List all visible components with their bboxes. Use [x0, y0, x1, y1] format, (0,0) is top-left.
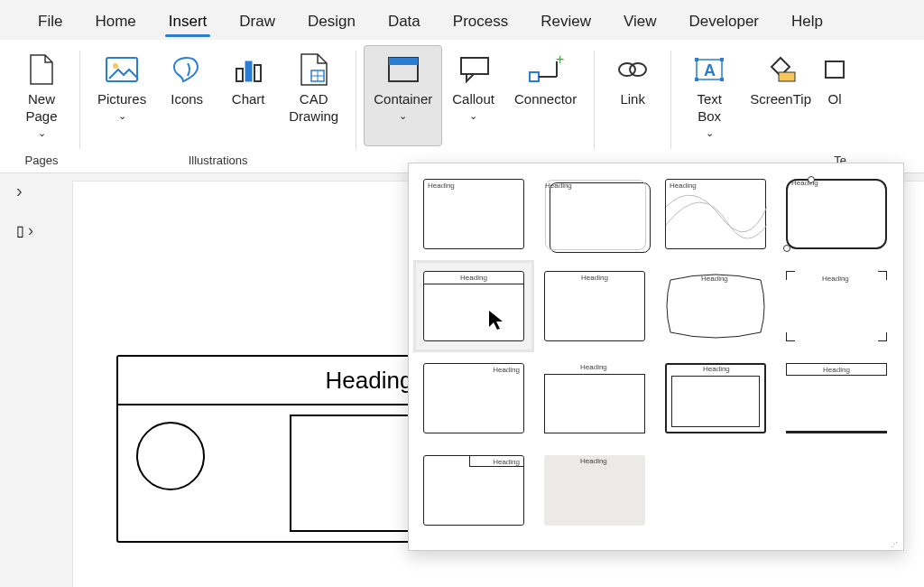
- container-style-9[interactable]: Heading: [416, 355, 531, 442]
- svg-rect-24: [826, 61, 844, 78]
- svg-rect-21: [720, 78, 724, 81]
- container-style-12[interactable]: Heading: [779, 355, 894, 442]
- svg-point-16: [630, 63, 646, 76]
- menu-view[interactable]: View: [607, 7, 673, 40]
- pictures-button[interactable]: Pictures ⌄: [88, 45, 156, 146]
- chevron-down-icon: ⌄: [38, 127, 46, 139]
- shapes-pane-collapsed: › ▯ ›: [0, 181, 72, 240]
- expand-shapes-icon[interactable]: ›: [16, 181, 23, 201]
- svg-rect-10: [461, 58, 488, 74]
- textbox-button[interactable]: A Text Box ⌄: [679, 45, 740, 146]
- callout-label: Callout: [452, 91, 494, 108]
- container-style-13[interactable]: Heading: [416, 447, 531, 534]
- svg-rect-23: [779, 72, 795, 81]
- chevron-down-icon: ⌄: [469, 110, 477, 122]
- menu-developer[interactable]: Developer: [673, 7, 776, 40]
- chevron-down-icon: ⌄: [118, 110, 126, 122]
- menubar: File Home Insert Draw Design Data Proces…: [0, 0, 924, 40]
- chart-icon: [231, 51, 265, 88]
- page-thumb-icon[interactable]: ▯: [16, 222, 24, 239]
- ribbon: New Page ⌄ Pages Pictures ⌄ Icons: [0, 40, 924, 173]
- svg-rect-2: [236, 69, 243, 81]
- connector-icon: +: [526, 51, 566, 88]
- pictures-label: Pictures: [97, 91, 146, 108]
- svg-rect-18: [695, 58, 698, 61]
- ribbon-group-text: A Text Box ⌄ ScreenTip Ol Te: [675, 45, 850, 172]
- menu-home[interactable]: Home: [79, 7, 152, 40]
- ribbon-group-pages: New Page ⌄ Pages: [7, 45, 76, 172]
- connector-button[interactable]: + Connector: [504, 45, 587, 146]
- object-label: Ol: [828, 91, 842, 108]
- container-style-5[interactable]: Heading: [416, 263, 531, 349]
- link-icon: [614, 51, 651, 88]
- screentip-icon: [762, 51, 799, 88]
- ribbon-group-parts: Container ⌄ Callout ⌄ + Connector: [360, 45, 590, 172]
- screentip-button[interactable]: ScreenTip: [740, 45, 821, 146]
- svg-rect-9: [389, 58, 418, 65]
- container-style-8[interactable]: Heading: [779, 263, 894, 349]
- object-icon: [824, 51, 845, 88]
- menu-design[interactable]: Design: [291, 7, 372, 40]
- callout-button[interactable]: Callout ⌄: [442, 45, 504, 146]
- container-label: Container: [374, 91, 432, 108]
- container-style-6[interactable]: Heading: [537, 263, 652, 349]
- svg-rect-4: [254, 65, 261, 81]
- ribbon-group-illustrations: Pictures ⌄ Icons Chart CAD Drawing: [84, 45, 352, 172]
- new-page-label: New Page: [25, 91, 57, 126]
- link-label: Link: [620, 91, 645, 108]
- container-gallery: Heading Heading Heading Heading Heading …: [408, 163, 904, 551]
- object-button[interactable]: Ol: [821, 45, 846, 146]
- container-style-2[interactable]: Heading: [537, 171, 652, 257]
- cad-label: CAD Drawing: [289, 91, 338, 126]
- menu-insert[interactable]: Insert: [152, 7, 224, 40]
- container-button[interactable]: Container ⌄: [364, 45, 442, 146]
- svg-rect-20: [695, 78, 698, 81]
- svg-text:A: A: [704, 61, 716, 79]
- container-style-7[interactable]: Heading: [658, 263, 773, 349]
- container-style-11[interactable]: Heading: [658, 355, 773, 442]
- svg-point-1: [113, 63, 118, 69]
- textbox-label: Text Box: [697, 91, 722, 126]
- gallery-resizer[interactable]: ⋰: [891, 540, 900, 548]
- menu-help[interactable]: Help: [775, 7, 839, 40]
- container-style-10[interactable]: Heading: [537, 355, 652, 442]
- icons-label: Icons: [171, 91, 203, 108]
- chart-label: Chart: [232, 91, 265, 108]
- screentip-label: ScreenTip: [750, 91, 811, 108]
- menu-review[interactable]: Review: [524, 7, 607, 40]
- textbox-icon: A: [691, 51, 727, 88]
- container-icon: [385, 51, 421, 88]
- menu-process[interactable]: Process: [437, 7, 524, 40]
- svg-rect-3: [245, 61, 252, 81]
- container-style-1[interactable]: Heading: [416, 171, 531, 257]
- group-label-pages: Pages: [11, 154, 72, 172]
- new-page-button[interactable]: New Page ⌄: [11, 45, 72, 146]
- page-icon: [28, 51, 55, 88]
- pictures-icon: [104, 51, 140, 88]
- svg-text:+: +: [556, 54, 564, 67]
- container-style-4[interactable]: Heading: [779, 171, 894, 257]
- svg-rect-19: [720, 58, 724, 61]
- callout-icon: [456, 51, 492, 88]
- chevron-down-icon: ⌄: [399, 110, 407, 122]
- icons-icon: [170, 51, 204, 88]
- link-button[interactable]: Link: [602, 45, 663, 146]
- svg-rect-11: [530, 72, 539, 81]
- chevron-down-icon: ⌄: [706, 127, 714, 139]
- circle-shape[interactable]: [136, 422, 205, 490]
- container-style-3[interactable]: Heading: [658, 171, 773, 257]
- menu-file[interactable]: File: [22, 7, 79, 40]
- cad-icon: [299, 51, 329, 88]
- ribbon-group-links: Link: [598, 45, 667, 172]
- container-style-14[interactable]: Heading: [537, 447, 652, 534]
- menu-draw[interactable]: Draw: [223, 7, 291, 40]
- expand-pages-icon[interactable]: ›: [28, 221, 33, 240]
- chart-button[interactable]: Chart: [217, 45, 279, 146]
- connector-label: Connector: [514, 91, 577, 108]
- group-label-illustrations: Illustrations: [88, 154, 348, 172]
- icons-button[interactable]: Icons: [156, 45, 217, 146]
- cad-drawing-button[interactable]: CAD Drawing: [279, 45, 348, 146]
- menu-data[interactable]: Data: [372, 7, 437, 40]
